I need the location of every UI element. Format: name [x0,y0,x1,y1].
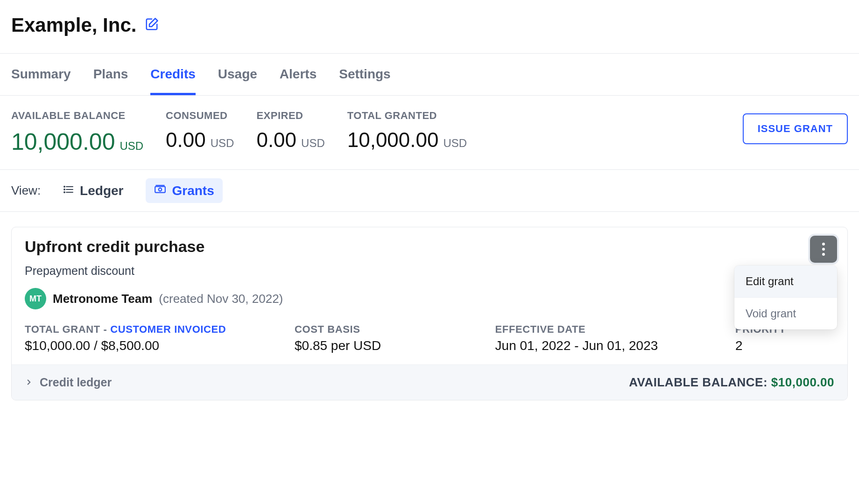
view-option-ledger-label: Ledger [80,183,123,198]
tab-usage[interactable]: Usage [218,54,257,95]
issue-grant-button[interactable]: ISSUE GRANT [743,113,848,144]
detail-total-grant-label: TOTAL GRANT - CUSTOMER INVOICED [25,323,272,336]
view-bar: View: Ledger Grants [0,170,859,212]
stats-bar: AVAILABLE BALANCE 10,000.00 USD CONSUMED… [0,96,859,170]
stat-available-label: AVAILABLE BALANCE [11,110,143,122]
creator-name: Metronome Team [53,292,152,306]
stat-consumed-value-line: 0.00 USD [166,128,234,152]
stat-total-granted-currency: USD [443,137,467,150]
stat-expired-label: EXPIRED [256,110,324,122]
tab-credits[interactable]: Credits [150,54,195,95]
view-option-ledger[interactable]: Ledger [55,179,132,203]
company-name: Example, Inc. [11,14,136,36]
svg-rect-6 [155,187,166,193]
footer-available-balance: AVAILABLE BALANCE: $10,000.00 [629,375,834,390]
tab-settings[interactable]: Settings [339,54,390,95]
detail-cost-basis-label: COST BASIS [295,323,473,336]
list-icon [63,183,74,198]
stat-expired-value-line: 0.00 USD [256,128,324,152]
view-option-grants[interactable]: Grants [146,178,222,203]
stat-available-value: 10,000.00 [11,128,115,155]
credit-ledger-link[interactable]: Credit ledger [25,376,112,389]
view-option-grants-label: Grants [172,183,214,198]
kebab-menu-button[interactable] [810,236,837,263]
detail-effective-date-value: Jun 01, 2022 - Jun 01, 2023 [495,338,658,353]
total-grant-prefix: TOTAL GRANT - [25,323,110,335]
tabs: Summary Plans Credits Usage Alerts Setti… [0,54,859,96]
svg-point-4 [64,189,65,190]
stat-total-granted-value-line: 10,000.00 USD [347,128,467,152]
stat-total-granted-value: 10,000.00 [347,128,439,152]
detail-effective-date: EFFECTIVE DATE Jun 01, 2022 - Jun 01, 20… [495,323,713,353]
tab-summary[interactable]: Summary [11,54,71,95]
detail-effective-date-label: EFFECTIVE DATE [495,323,713,336]
grant-creator: MT Metronome Team (created Nov 30, 2022) [25,288,834,309]
stat-available-value-line: 10,000.00 USD [11,128,143,155]
svg-point-7 [159,188,162,191]
stat-consumed: CONSUMED 0.00 USD [166,110,234,152]
created-meta: (created Nov 30, 2022) [159,292,283,306]
grant-actions-dropdown: Edit grant Void grant [734,266,837,329]
money-icon [154,183,166,198]
grant-card: Upfront credit purchase Prepayment disco… [11,227,848,400]
stat-total-granted: TOTAL GRANTED 10,000.00 USD [347,110,467,152]
customer-invoiced-label: CUSTOMER INVOICED [110,323,226,335]
tab-plans[interactable]: Plans [93,54,128,95]
stat-expired-value: 0.00 [256,128,296,152]
edit-icon[interactable] [145,17,159,33]
tab-alerts[interactable]: Alerts [280,54,317,95]
stat-expired-currency: USD [301,137,325,150]
stat-available: AVAILABLE BALANCE 10,000.00 USD [11,110,143,155]
menu-item-void-grant[interactable]: Void grant [734,298,837,329]
chevron-right-icon [25,376,33,389]
svg-point-5 [64,192,65,193]
credit-ledger-label: Credit ledger [40,376,112,389]
stat-total-granted-label: TOTAL GRANTED [347,110,467,122]
footer-available-value: $10,000.00 [771,375,834,389]
stat-available-currency: USD [120,140,143,153]
stat-expired: EXPIRED 0.00 USD [256,110,324,152]
grant-footer: Credit ledger AVAILABLE BALANCE: $10,000… [12,364,847,400]
detail-priority-value: 2 [735,338,743,353]
avatar: MT [25,288,46,309]
detail-cost-basis: COST BASIS $0.85 per USD [295,323,473,353]
detail-total-grant-value: $10,000.00 / $8,500.00 [25,338,159,353]
menu-item-edit-grant[interactable]: Edit grant [734,266,837,298]
footer-available-label: AVAILABLE BALANCE: [629,375,771,389]
grant-title: Upfront credit purchase [25,238,834,256]
stat-consumed-label: CONSUMED [166,110,234,122]
view-label: View: [11,183,41,198]
detail-total-grant: TOTAL GRANT - CUSTOMER INVOICED $10,000.… [25,323,272,353]
detail-cost-basis-value: $0.85 per USD [295,338,381,353]
grant-subtitle: Prepayment discount [25,264,834,278]
stat-consumed-value: 0.00 [166,128,206,152]
svg-point-3 [64,186,65,187]
grant-details: TOTAL GRANT - CUSTOMER INVOICED $10,000.… [25,323,834,353]
stat-consumed-currency: USD [211,137,234,150]
